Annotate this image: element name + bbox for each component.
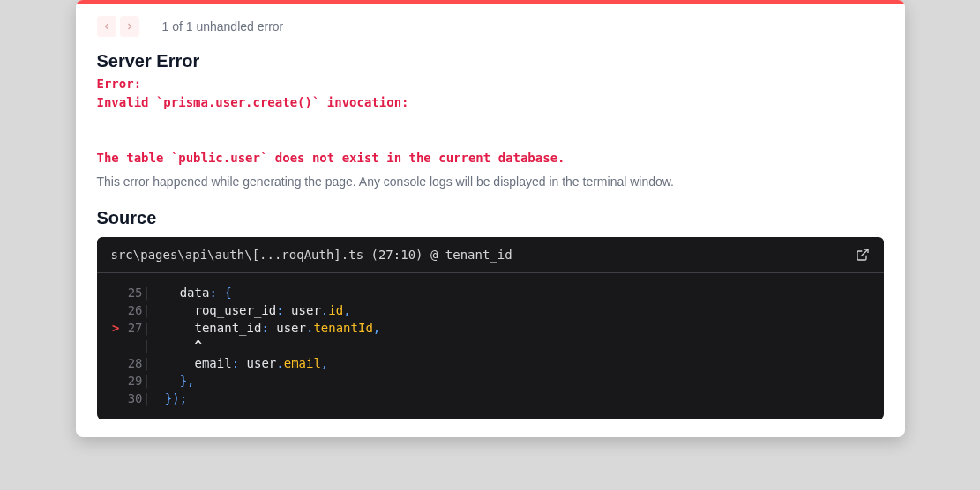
- prev-error-button[interactable]: [97, 16, 116, 37]
- error-count-text: 1 of 1 unhandled error: [162, 19, 284, 33]
- error-message: Error: Invalid `prisma.user.create()` in…: [97, 75, 884, 167]
- svg-line-0: [861, 249, 867, 256]
- code-caret-line: | ^: [104, 337, 381, 354]
- source-box: src\pages\api\auth\[...roqAuth].ts (27:1…: [97, 237, 884, 419]
- external-link-icon: [856, 248, 870, 262]
- server-error-heading: Server Error: [97, 51, 884, 71]
- code-line: 28 | email: user.email,: [104, 354, 381, 372]
- code-line: 29 | },: [104, 372, 381, 390]
- code-line: 25 | data: {: [104, 284, 381, 301]
- source-code: 25 | data: { 26 | roq_user_id: user.id,: [97, 273, 884, 419]
- open-in-editor-button[interactable]: [856, 248, 870, 262]
- source-location: src\pages\api\auth\[...roqAuth].ts (27:1…: [111, 248, 512, 262]
- code-line: 26 | roq_user_id: user.id,: [104, 301, 381, 319]
- error-hint: This error happened while generating the…: [97, 174, 884, 189]
- next-error-button[interactable]: [120, 16, 139, 37]
- error-nav: 1 of 1 unhandled error: [97, 16, 884, 37]
- arrow-left-icon: [101, 21, 112, 32]
- code-line: 30 | });: [104, 390, 381, 407]
- arrow-right-icon: [124, 21, 135, 32]
- source-heading: Source: [97, 208, 884, 228]
- source-header: src\pages\api\auth\[...roqAuth].ts (27:1…: [97, 237, 884, 273]
- code-line-active: > 27 | tenant_id: user.tenantId,: [104, 319, 381, 337]
- error-overlay: 1 of 1 unhandled error Server Error Erro…: [76, 0, 905, 437]
